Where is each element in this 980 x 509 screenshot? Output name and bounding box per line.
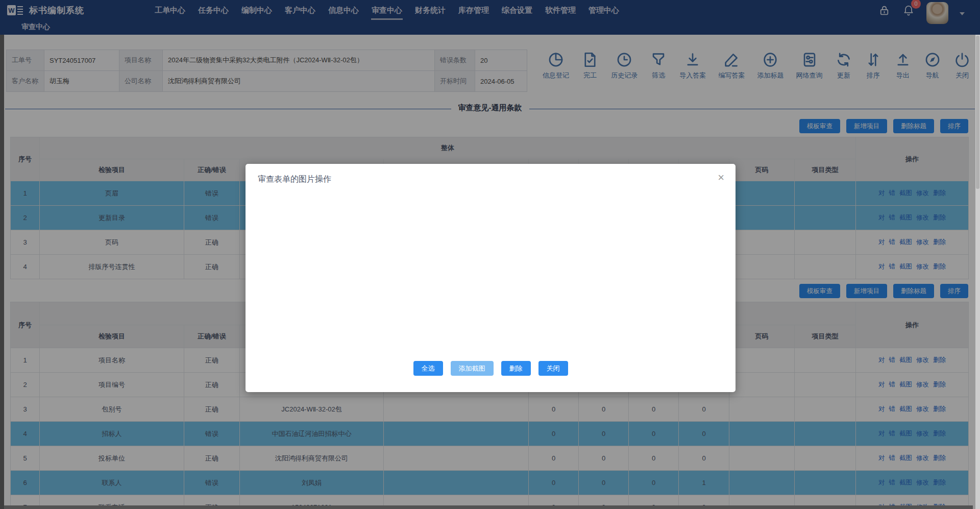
modal-button-关闭[interactable]: 关闭	[538, 361, 568, 376]
modal-header: 审查表单的图片操作 ×	[246, 164, 736, 185]
modal-body	[246, 185, 736, 338]
modal-button-全选[interactable]: 全选	[413, 361, 443, 376]
close-icon[interactable]: ×	[718, 172, 724, 183]
image-operations-modal: 审查表单的图片操作 × 全选添加截图删除关闭	[246, 164, 736, 392]
modal-button-删除[interactable]: 删除	[501, 361, 531, 376]
modal-title: 审查表单的图片操作	[258, 175, 331, 183]
modal-button-添加截图[interactable]: 添加截图	[451, 361, 494, 376]
vertical-scrollbar[interactable]	[975, 35, 980, 509]
app-root: W 标书编制系统 工单中心任务中心编制中心客户中心信息中心审查中心财务统计库存管…	[0, 0, 980, 509]
modal-footer: 全选添加截图删除关闭	[246, 361, 736, 376]
scrollbar-thumb[interactable]	[976, 36, 979, 189]
